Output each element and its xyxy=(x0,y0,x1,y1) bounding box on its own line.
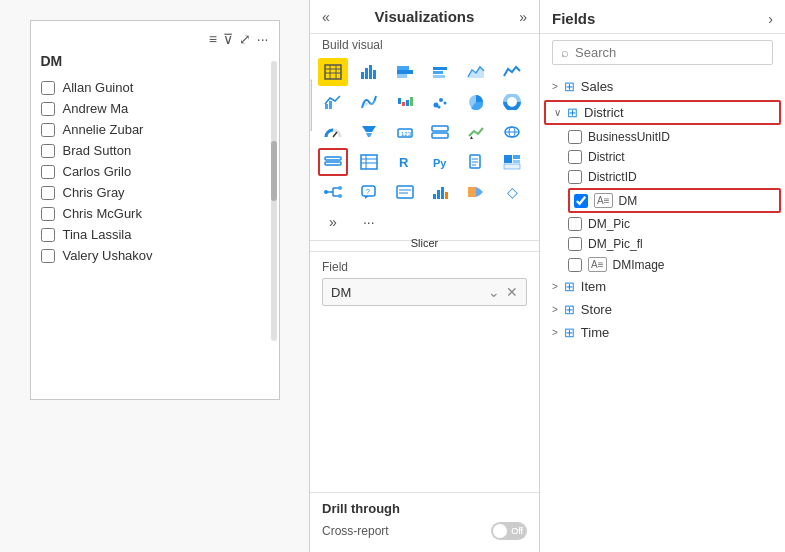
field-checkbox[interactable] xyxy=(568,150,582,164)
map-btn[interactable] xyxy=(497,118,527,146)
gauge-btn[interactable] xyxy=(318,118,348,146)
field-item[interactable]: DistrictID xyxy=(568,167,785,187)
field-group[interactable]: ∨ ⊞ District BusinessUnitID District Dis… xyxy=(540,100,785,275)
table-icon: ⊞ xyxy=(567,105,578,120)
field-item[interactable]: DM_Pic_fl xyxy=(568,234,785,254)
field-item[interactable]: DM_Pic xyxy=(568,214,785,234)
slicer-btn[interactable] xyxy=(318,148,348,176)
more-visuals-btn[interactable]: » xyxy=(318,208,348,236)
svg-line-29 xyxy=(333,132,337,137)
matrix-btn[interactable] xyxy=(354,148,384,176)
field-chip[interactable]: DM ⌄ ✕ xyxy=(322,278,527,306)
bar-hist-btn[interactable] xyxy=(425,178,455,206)
svg-rect-71 xyxy=(441,187,444,199)
slicer-item-label: Brad Sutton xyxy=(63,143,132,158)
field-checkbox[interactable] xyxy=(568,258,582,272)
slicer-scrollbar-thumb[interactable] xyxy=(271,141,277,201)
svg-rect-20 xyxy=(406,100,409,106)
field-expand-icon[interactable]: ⌄ xyxy=(488,284,500,300)
field-group-label: District xyxy=(584,105,624,120)
slicer-item[interactable]: Chris McGurk xyxy=(41,203,269,224)
filters-tab[interactable]: Filters xyxy=(310,80,312,131)
slicer-item[interactable]: Chris Gray xyxy=(41,182,269,203)
slicer-toolbar: ≡ ⊽ ⤢ ··· xyxy=(41,31,269,47)
field-group-header[interactable]: > ⊞ Item xyxy=(540,275,785,298)
field-chip-text: DM xyxy=(331,285,351,300)
field-checkbox[interactable] xyxy=(568,217,582,231)
slicer-checkbox[interactable] xyxy=(41,186,55,200)
qa-btn[interactable]: ? xyxy=(354,178,384,206)
svg-rect-9 xyxy=(397,70,413,74)
slicer-checkbox[interactable] xyxy=(41,228,55,242)
slicer-item[interactable]: Andrew Ma xyxy=(41,98,269,119)
scatter-btn[interactable] xyxy=(425,88,455,116)
slicer-scrollbar[interactable] xyxy=(271,61,277,341)
ellipsis-btn[interactable]: ··· xyxy=(354,208,384,236)
field-group-header[interactable]: ∨ ⊞ District xyxy=(544,100,781,125)
ribbon-chart-btn[interactable] xyxy=(354,88,384,116)
pie-chart-btn[interactable] xyxy=(461,88,491,116)
slicer-checkbox[interactable] xyxy=(41,102,55,116)
field-group[interactable]: > ⊞ Item xyxy=(540,275,785,298)
slicer-item[interactable]: Tina Lassila xyxy=(41,224,269,245)
narrative-btn[interactable] xyxy=(390,178,420,206)
r-script-btn[interactable]: R xyxy=(390,148,420,176)
multirow-card-btn[interactable] xyxy=(425,118,455,146)
field-item[interactable]: District xyxy=(568,147,785,167)
area-chart-btn[interactable] xyxy=(461,58,491,86)
slicer-item[interactable]: Carlos Grilo xyxy=(41,161,269,182)
svg-marker-31 xyxy=(366,133,372,137)
fields-collapse-btn[interactable]: › xyxy=(768,11,773,27)
custom-visual-btn[interactable]: ◇ xyxy=(497,178,527,206)
slicer-item[interactable]: Brad Sutton xyxy=(41,140,269,161)
decomp-tree-btn[interactable] xyxy=(318,178,348,206)
group-chevron-icon: ∨ xyxy=(554,107,561,118)
slicer-item[interactable]: Valery Ushakov xyxy=(41,245,269,266)
field-group[interactable]: > ⊞ Sales xyxy=(540,75,785,98)
field-remove-icon[interactable]: ✕ xyxy=(506,284,518,300)
line-area-btn[interactable] xyxy=(318,88,348,116)
stacked-bar-btn[interactable] xyxy=(390,58,420,86)
field-item[interactable]: BusinessUnitID xyxy=(568,127,785,147)
slicer-checkbox[interactable] xyxy=(41,81,55,95)
kpi-btn[interactable]: ▲ xyxy=(461,118,491,146)
field-checkbox[interactable] xyxy=(568,170,582,184)
field-group-header[interactable]: > ⊞ Sales xyxy=(540,75,785,98)
field-checkbox[interactable] xyxy=(568,237,582,251)
field-checkbox[interactable] xyxy=(574,194,588,208)
field-item-text: DM xyxy=(619,194,638,208)
treemap-btn[interactable] xyxy=(497,148,527,176)
funnel-btn[interactable] xyxy=(354,118,384,146)
field-group[interactable]: > ⊞ Time xyxy=(540,321,785,344)
python-btn[interactable]: Py xyxy=(425,148,455,176)
line-chart-btn[interactable] xyxy=(497,58,527,86)
slicer-item[interactable]: Annelie Zubar xyxy=(41,119,269,140)
svg-point-25 xyxy=(438,106,441,109)
field-item[interactable]: A≡ DM xyxy=(568,188,781,213)
field-group-header[interactable]: > ⊞ Time xyxy=(540,321,785,344)
field-group[interactable]: > ⊞ Store xyxy=(540,298,785,321)
drill-section: Drill through Cross-report Off xyxy=(310,492,539,552)
fields-search-input[interactable] xyxy=(575,45,764,60)
paginated-report-btn[interactable] xyxy=(461,148,491,176)
slicer-item-label: Annelie Zubar xyxy=(63,122,144,137)
field-item[interactable]: A≡ DMImage xyxy=(568,254,785,275)
expand-right-btn[interactable]: » xyxy=(519,9,527,25)
waterfall-btn[interactable] xyxy=(390,88,420,116)
donut-btn[interactable] xyxy=(497,88,527,116)
color-map-btn[interactable] xyxy=(461,178,491,206)
table-viz-btn[interactable] xyxy=(318,58,348,86)
cross-report-toggle[interactable]: Off xyxy=(491,522,527,540)
slicer-checkbox[interactable] xyxy=(41,207,55,221)
clustered-bar-btn[interactable] xyxy=(425,58,455,86)
collapse-left-btn[interactable]: « xyxy=(322,9,330,25)
bar-chart-btn[interactable] xyxy=(354,58,384,86)
card-btn[interactable]: 123 xyxy=(390,118,420,146)
slicer-checkbox[interactable] xyxy=(41,123,55,137)
slicer-checkbox[interactable] xyxy=(41,249,55,263)
slicer-checkbox[interactable] xyxy=(41,165,55,179)
field-checkbox[interactable] xyxy=(568,130,582,144)
slicer-item[interactable]: Allan Guinot xyxy=(41,77,269,98)
field-group-header[interactable]: > ⊞ Store xyxy=(540,298,785,321)
slicer-checkbox[interactable] xyxy=(41,144,55,158)
